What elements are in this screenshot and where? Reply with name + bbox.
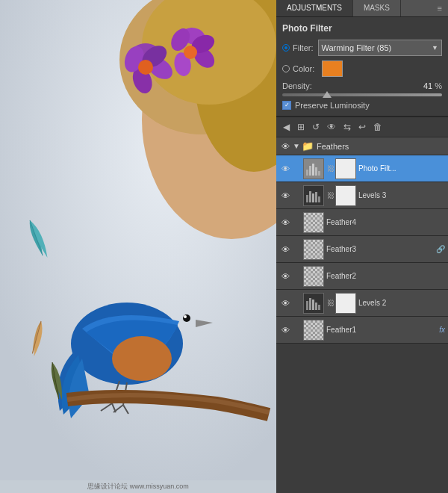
svg-rect-29 — [318, 171, 320, 176]
layer-thumb-adjustment — [303, 293, 324, 314]
density-slider[interactable] — [282, 93, 442, 96]
density-unit: % — [435, 81, 442, 90]
right-panel: ADJUSTMENTS MASKS ≡ Photo Filter Filter:… — [276, 0, 448, 493]
svg-rect-34 — [318, 196, 320, 202]
toolbar-back-icon[interactable]: ◀ — [281, 120, 292, 134]
preserve-luminosity-row: ✓ Preserve Luminosity — [282, 101, 442, 110]
layer-badge: 🔗 — [436, 245, 445, 253]
layer-thumb-image — [303, 239, 324, 260]
adjustments-panel: Photo Filter Filter: Warming Filter (85)… — [276, 17, 448, 117]
layer-eye-icon[interactable]: 👁 — [279, 163, 291, 175]
layer-name: Feather3 — [326, 245, 435, 253]
svg-point-16 — [184, 46, 197, 59]
svg-point-21 — [112, 336, 172, 381]
svg-rect-36 — [309, 298, 311, 310]
layer-mask-thumb — [335, 293, 356, 314]
svg-rect-38 — [315, 303, 317, 310]
layer-thumb-image — [303, 266, 324, 287]
toolbar-eye-icon[interactable]: 👁 — [325, 120, 338, 134]
layer-name: Photo Filt... — [358, 164, 445, 173]
toolbar-refresh-icon[interactable]: ↺ — [310, 120, 322, 134]
layer-fx-badge: fx — [439, 326, 445, 334]
slider-thumb[interactable] — [323, 91, 332, 98]
group-name: Feathers — [317, 142, 445, 151]
layer-thumb-adjustment — [303, 158, 324, 179]
layer-eye-icon[interactable]: 👁 — [279, 190, 291, 202]
layer-name: Levels 3 — [358, 191, 445, 199]
layer-eye-icon[interactable]: 👁 — [279, 324, 291, 336]
layer-eye-icon[interactable]: 👁 — [279, 217, 291, 229]
svg-rect-31 — [309, 191, 311, 202]
layer-link-icon: ⛓ — [327, 191, 335, 199]
svg-rect-32 — [312, 193, 314, 202]
layer-row[interactable]: 👁 ⛓ Levels 2 — [276, 290, 448, 317]
checkmark-icon: ✓ — [284, 102, 290, 108]
layer-row[interactable]: 👁 ⛓ Photo Filt... — [276, 155, 448, 182]
layer-name: Feather1 — [326, 326, 438, 334]
svg-rect-33 — [315, 192, 317, 202]
color-radio[interactable] — [282, 65, 290, 72]
layer-eye-icon[interactable]: 👁 — [279, 297, 291, 309]
preserve-luminosity-label: Preserve Luminosity — [295, 101, 370, 110]
svg-rect-39 — [318, 305, 320, 310]
svg-point-10 — [138, 60, 153, 75]
panel-title: Photo Filter — [282, 23, 442, 34]
group-eye-icon[interactable]: 👁 — [279, 140, 291, 152]
layer-eye-icon[interactable]: 👁 — [279, 270, 291, 282]
toolbar-undo-icon[interactable]: ↩ — [356, 120, 368, 134]
dropdown-arrow-icon: ▼ — [432, 44, 438, 52]
layers-panel: 👁 ⛓ Photo Filt... 👁 — [276, 155, 448, 493]
layer-group-feathers[interactable]: 👁 ▼ 📁 Feathers — [276, 137, 448, 155]
layer-name: Feather2 — [326, 272, 445, 280]
layer-thumb-adjustment — [303, 185, 324, 206]
svg-rect-26 — [309, 166, 311, 176]
panel-options-icon[interactable]: ≡ — [432, 0, 448, 16]
watermark-text: 思缘设计论坛 www.missyuan.com — [0, 480, 276, 493]
layer-row[interactable]: 👁 Feather2 — [276, 263, 448, 290]
density-label: Density: — [282, 81, 327, 90]
layer-row[interactable]: 👁 ⛓ Levels 3 — [276, 182, 448, 209]
group-folder-icon: 📁 — [302, 140, 314, 152]
preserve-luminosity-checkbox[interactable]: ✓ — [282, 101, 291, 110]
svg-point-19 — [183, 314, 190, 322]
tab-masks[interactable]: MASKS — [353, 0, 401, 16]
density-row: Density: 41 % — [282, 81, 442, 90]
svg-rect-25 — [306, 170, 308, 176]
layer-thumb-image — [303, 212, 324, 233]
svg-rect-28 — [315, 167, 317, 176]
svg-rect-30 — [306, 195, 308, 202]
layer-mask-thumb — [335, 185, 356, 206]
filter-row: Filter: Warming Filter (85) ▼ — [282, 40, 442, 56]
svg-rect-35 — [306, 301, 308, 310]
color-row: Color: — [282, 61, 442, 77]
tab-adjustments[interactable]: ADJUSTMENTS — [276, 0, 353, 16]
group-arrow-icon[interactable]: ▼ — [293, 142, 300, 150]
layer-row[interactable]: 👁 Feather3 🔗 — [276, 236, 448, 263]
toolbar-link-icon[interactable]: ⇆ — [341, 120, 353, 134]
filter-radio[interactable] — [282, 44, 290, 52]
layer-name: Levels 2 — [358, 299, 445, 307]
filter-dropdown[interactable]: Warming Filter (85) ▼ — [318, 40, 443, 56]
layer-mask-thumb — [335, 158, 356, 179]
density-value: 41 — [423, 81, 432, 90]
layer-name: Feather4 — [326, 218, 445, 226]
svg-rect-27 — [312, 164, 314, 176]
filter-radio-label[interactable]: Filter: — [282, 43, 314, 52]
layer-link-icon: ⛓ — [327, 164, 335, 173]
panel-tabs: ADJUSTMENTS MASKS ≡ — [276, 0, 448, 17]
color-radio-label[interactable]: Color: — [282, 64, 314, 73]
layer-thumb-image — [303, 320, 324, 341]
layer-row[interactable]: 👁 Feather4 — [276, 209, 448, 236]
toolbar-trash-icon[interactable]: 🗑 — [371, 120, 385, 134]
color-swatch[interactable] — [322, 61, 343, 77]
svg-point-20 — [184, 315, 187, 318]
svg-rect-37 — [312, 300, 314, 310]
filter-dropdown-text: Warming Filter (85) — [322, 43, 432, 52]
toolbar-page-icon[interactable]: ⊞ — [295, 120, 307, 134]
layer-row[interactable]: 👁 Feather1 fx — [276, 317, 448, 344]
layers-toolbar: ◀ ⊞ ↺ 👁 ⇆ ↩ 🗑 — [276, 117, 448, 137]
layer-link-icon: ⛓ — [327, 299, 335, 307]
canvas-area: 思缘设计论坛 www.missyuan.com — [0, 0, 276, 493]
layer-eye-icon[interactable]: 👁 — [279, 244, 291, 255]
